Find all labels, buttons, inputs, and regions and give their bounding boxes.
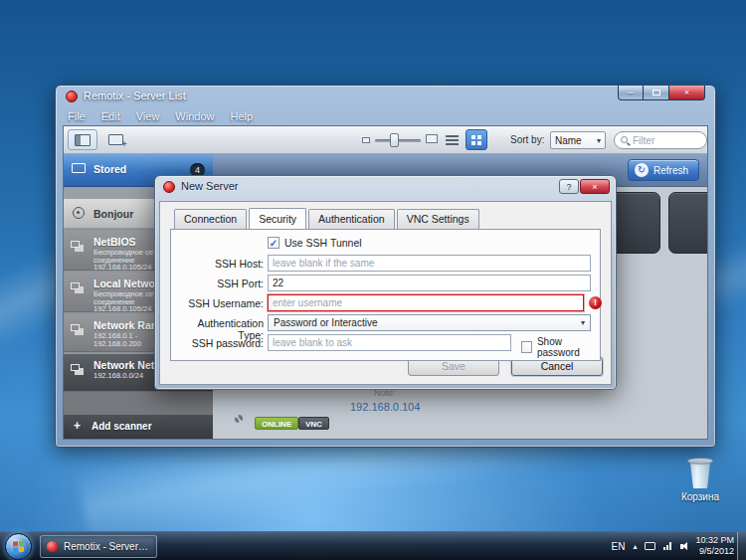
grid-view-icon bbox=[471, 135, 481, 145]
ssh-port-label: SSH Port: bbox=[171, 278, 264, 289]
sort-by-label: Sort by: bbox=[510, 134, 544, 145]
authentication-type-dropdown[interactable]: Password or Interactive ▾ bbox=[268, 314, 591, 331]
taskbar-app-remotix[interactable]: Remotix - Server L... bbox=[40, 535, 157, 558]
window-titlebar[interactable]: Remotix - Server List – × bbox=[56, 86, 715, 107]
online-status-badge: ONLINE bbox=[255, 417, 298, 430]
window-title: Remotix - Server List bbox=[84, 90, 186, 101]
sidebar-empty-area bbox=[64, 392, 213, 415]
start-button[interactable] bbox=[5, 533, 32, 560]
chevron-down-icon: ▾ bbox=[581, 318, 585, 327]
zoom-large-icon bbox=[426, 134, 438, 143]
clock-time: 10:32 PM bbox=[695, 535, 734, 546]
grid-view-button[interactable] bbox=[466, 129, 487, 150]
language-indicator[interactable]: EN bbox=[612, 541, 626, 552]
windows-logo-icon bbox=[13, 541, 25, 554]
server-tile[interactable] bbox=[668, 192, 707, 254]
help-button[interactable]: ? bbox=[559, 179, 579, 194]
network-computers-icon bbox=[71, 364, 80, 371]
keyboard-tray-icon[interactable] bbox=[645, 542, 655, 550]
bonjour-icon bbox=[73, 207, 85, 219]
menu-window[interactable]: Window bbox=[175, 110, 214, 122]
ssh-password-label: SSH password: bbox=[171, 337, 264, 349]
show-desktop-button[interactable] bbox=[737, 532, 746, 560]
refresh-button[interactable]: ↻ Refresh bbox=[628, 159, 699, 181]
menu-bar: File Edit View Window Help bbox=[56, 107, 715, 125]
ssh-host-label: SSH Host: bbox=[171, 258, 264, 270]
network-computers-icon bbox=[71, 241, 80, 248]
show-password-label: Show password bbox=[537, 336, 600, 358]
tab-security[interactable]: Security bbox=[249, 208, 306, 229]
add-scanner-button[interactable]: + Add scanner bbox=[64, 415, 213, 439]
search-icon bbox=[621, 136, 628, 143]
dialog-close-button[interactable]: × bbox=[580, 179, 610, 194]
size-slider-handle[interactable] bbox=[390, 133, 399, 147]
tab-authentication[interactable]: Authentication bbox=[308, 209, 395, 229]
ssh-password-input[interactable] bbox=[268, 334, 511, 351]
panes-view-icon bbox=[75, 134, 91, 146]
recycle-bin-label: Корзина bbox=[668, 491, 732, 502]
menu-help[interactable]: Help bbox=[230, 110, 253, 122]
dialog-title: New Server bbox=[181, 180, 238, 192]
network-tray-icon[interactable] bbox=[663, 542, 672, 550]
clock-date: 9/5/2012 bbox=[695, 546, 734, 557]
validation-error-icon: ! bbox=[589, 296, 602, 309]
dialog-titlebar[interactable]: New Server ? × bbox=[155, 176, 616, 198]
view-panes-button[interactable] bbox=[68, 129, 97, 150]
maximize-icon bbox=[653, 90, 660, 95]
sort-by-dropdown[interactable]: Name ▾ bbox=[550, 131, 606, 149]
list-view-icon bbox=[446, 135, 459, 145]
system-tray: EN ▴ 10:32 PM 9/5/2012 bbox=[612, 532, 734, 560]
maximize-button[interactable] bbox=[644, 86, 669, 100]
chevron-down-icon: ▾ bbox=[597, 136, 601, 145]
remotix-app-icon bbox=[163, 181, 175, 193]
refresh-icon: ↻ bbox=[635, 163, 649, 177]
new-server-dialog: New Server ? × Connection Security Authe… bbox=[154, 175, 617, 390]
zoom-small-icon bbox=[362, 137, 370, 143]
plus-icon: + bbox=[74, 419, 81, 433]
taskbar-clock[interactable]: 10:32 PM 9/5/2012 bbox=[695, 535, 734, 558]
gear-icon[interactable] bbox=[235, 415, 243, 423]
ssh-username-label: SSH Username: bbox=[171, 297, 264, 309]
dialog-tabs: Connection Security Authentication VNC S… bbox=[174, 209, 481, 229]
network-computers-icon bbox=[71, 324, 80, 331]
taskbar: Remotix - Server L... EN ▴ 10:32 PM 9/5/… bbox=[0, 531, 746, 560]
menu-view[interactable]: View bbox=[136, 110, 160, 122]
server-host-link[interactable]: 192.168.0.104 bbox=[350, 401, 420, 413]
ssh-host-input[interactable] bbox=[268, 255, 591, 272]
menu-file[interactable]: File bbox=[68, 110, 86, 122]
stored-servers-icon bbox=[72, 163, 86, 173]
tab-connection[interactable]: Connection bbox=[174, 209, 247, 229]
close-button[interactable]: × bbox=[669, 86, 705, 100]
monitor-add-icon: + bbox=[108, 134, 123, 145]
show-password-checkbox[interactable] bbox=[521, 341, 532, 353]
trash-icon bbox=[687, 458, 713, 489]
use-ssh-tunnel-label: Use SSH Tunnel bbox=[284, 237, 362, 249]
volume-tray-icon[interactable] bbox=[680, 542, 687, 550]
ssh-username-input[interactable] bbox=[268, 294, 584, 311]
dialog-client-area: Connection Security Authentication VNC S… bbox=[159, 201, 612, 385]
toolbar: + Sort by: Name ▾ bbox=[64, 126, 707, 154]
menu-edit[interactable]: Edit bbox=[101, 110, 120, 122]
add-display-button[interactable]: + bbox=[101, 129, 129, 150]
vnc-protocol-badge: VNC bbox=[298, 417, 329, 430]
show-hidden-icons-button[interactable]: ▴ bbox=[633, 542, 637, 551]
tab-vnc-settings[interactable]: VNC Settings bbox=[397, 209, 479, 229]
remotix-app-icon bbox=[66, 91, 78, 102]
remotix-app-icon bbox=[47, 541, 58, 552]
check-icon: ✓ bbox=[270, 238, 278, 249]
use-ssh-tunnel-checkbox[interactable]: ✓ bbox=[268, 237, 280, 249]
filter-input[interactable] bbox=[633, 133, 702, 147]
recycle-bin-icon[interactable]: Корзина bbox=[668, 458, 732, 502]
security-tab-panel: ✓ Use SSH Tunnel SSH Host: SSH Port: SSH… bbox=[170, 229, 601, 361]
list-view-button[interactable] bbox=[442, 129, 462, 150]
network-computers-icon bbox=[71, 282, 80, 289]
filter-search-box bbox=[614, 131, 707, 149]
ssh-port-input[interactable] bbox=[268, 275, 591, 291]
minimize-button[interactable]: – bbox=[618, 86, 644, 100]
